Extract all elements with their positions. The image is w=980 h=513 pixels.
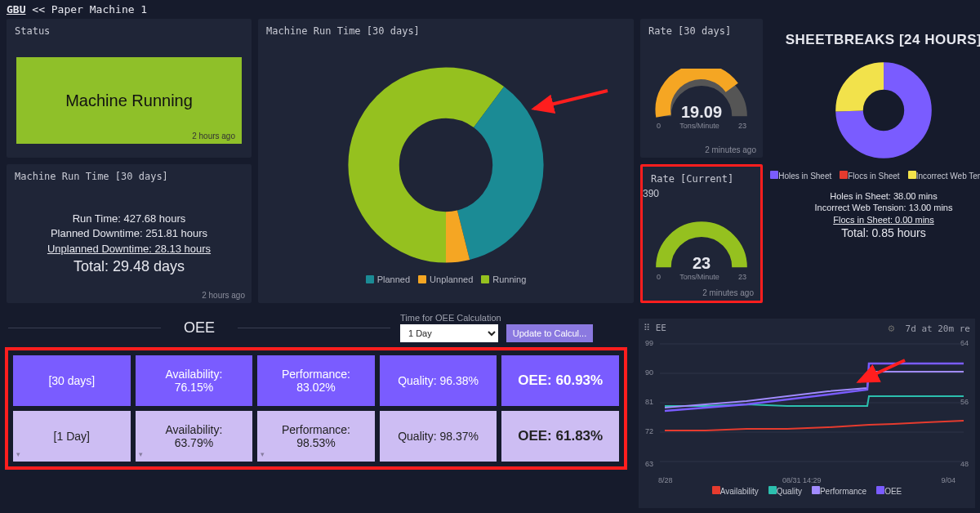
drag-handle-icon[interactable]: ⠿ — [644, 323, 650, 333]
trend-legend: Availability Quality Performance OEE — [639, 486, 975, 496]
oee-period-1d: [1 Day]▾ — [13, 411, 131, 462]
sheetbreaks-stats: Holes in Sheet: 38.00 mins Incorrect Web… — [769, 190, 980, 240]
breadcrumb-sep: << — [25, 3, 51, 16]
runtime-text-title: Machine Run Time [30 days] — [7, 164, 252, 185]
rate-30d-timestamp: 2 minutes ago — [705, 145, 756, 154]
sheetbreaks-donut — [826, 53, 941, 167]
oee-performance-30d: Performance: 83.02% — [257, 355, 375, 406]
status-title: Status — [7, 19, 252, 40]
rate-current-timestamp: 2 minutes ago — [702, 288, 754, 297]
rate-30d-value: 19.09 — [681, 103, 722, 122]
oee-value-1d: OEE: 61.83% — [501, 411, 619, 462]
oee-time-select[interactable]: 1 Day — [400, 324, 498, 342]
sheetbreaks-legend: Holes in Sheet Flocs in Sheet Incorrect … — [769, 171, 980, 181]
oee-update-button[interactable]: Update to Calcul... — [506, 324, 594, 342]
rate-30d-panel: Rate [30 days] 19.09 0 Tons/Minute 23 2 … — [640, 19, 763, 158]
trend-chart[interactable]: 99 90 81 72 63 64 56 48 8/28 08/31 14:29… — [644, 337, 970, 484]
runtime-text-panel: Machine Run Time [30 days] Run Time: 427… — [7, 164, 252, 303]
sheetbreaks-title: SHEETBREAKS [24 HOURS] — [769, 32, 980, 48]
trend-title: EE — [656, 323, 666, 333]
runtime-donut-title: Machine Run Time [30 days] — [258, 19, 634, 40]
breadcrumb-root[interactable]: GBU — [7, 3, 25, 16]
oee-period-30d: [30 days] — [13, 355, 131, 406]
oee-quality-1d: Quality: 98.37% — [380, 411, 497, 462]
runtime-text-body: Run Time: 427.68 hours Planned Downtime:… — [47, 212, 211, 277]
rate-current-value: 23 — [693, 254, 710, 273]
runtime-donut-legend: Planned Unplanned Running — [366, 274, 527, 284]
oee-time-label: Time for OEE Calculation — [400, 313, 501, 323]
down-icon: ▾ — [16, 450, 20, 458]
status-panel: Status Machine Running 2 hours ago — [7, 19, 252, 158]
oee-quality-30d: Quality: 96.38% — [380, 355, 497, 406]
breadcrumb: GBU << Paper Machine 1 — [0, 0, 980, 19]
gear-icon[interactable]: ⚙ — [888, 322, 894, 334]
breadcrumb-page: Paper Machine 1 — [51, 3, 147, 16]
rate-current-title: Rate [Current] — [643, 167, 760, 188]
status-timestamp: 2 hours ago — [192, 132, 235, 141]
oee-value-30d: OEE: 60.93% — [501, 355, 619, 406]
oee-availability-30d: Availability: 76.15% — [136, 355, 253, 406]
oee-availability-1d: Availability: 63.79%▾ — [136, 411, 253, 462]
sheetbreaks-panel: SHEETBREAKS [24 HOURS] Holes in Sheet Fl… — [769, 19, 980, 303]
status-value-box: Machine Running 2 hours ago — [16, 57, 242, 144]
down-icon: ▾ — [261, 450, 265, 458]
oee-grid: [30 days] Availability: 76.15% Performan… — [5, 347, 627, 470]
oee-performance-1d: Performance: 98.53%▾ — [257, 411, 375, 462]
trend-lines — [648, 339, 975, 476]
trend-panel: ⠿ EE ⚙ 7d at 20m re 99 90 81 72 63 64 56… — [639, 319, 975, 508]
runtime-donut-chart — [340, 59, 552, 271]
status-value: Machine Running — [65, 91, 193, 110]
rate-30d-title: Rate [30 days] — [640, 19, 763, 40]
down-icon: ▾ — [139, 450, 143, 458]
trend-range: 7d at 20m re — [906, 323, 970, 334]
runtime-text-timestamp: 2 hours ago — [202, 291, 245, 300]
oee-header-label: OEE — [8, 319, 390, 337]
rate-current-panel: Rate [Current] 390 23 0 Tons/Minute 23 2… — [640, 164, 763, 303]
runtime-donut-panel: Machine Run Time [30 days] Planned Unpla… — [258, 19, 634, 303]
